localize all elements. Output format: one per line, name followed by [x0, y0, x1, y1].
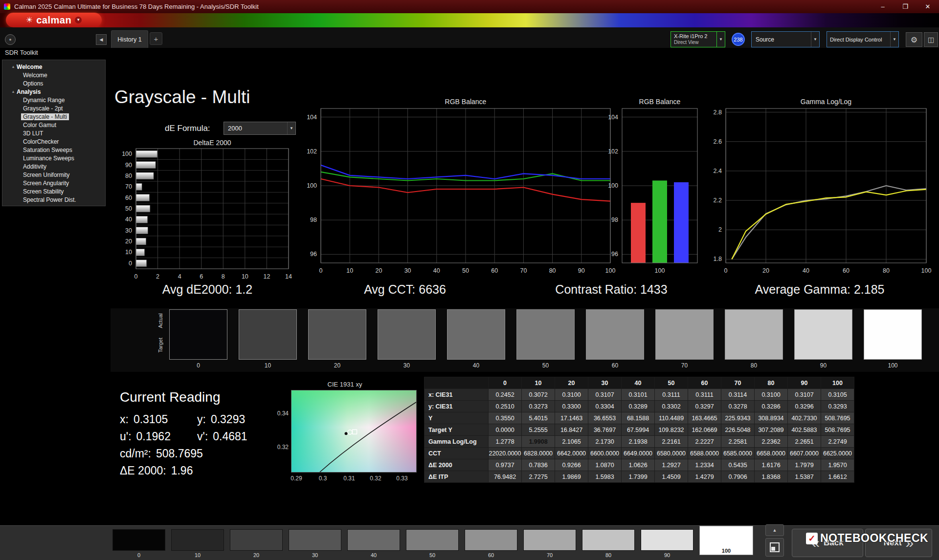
logo-dropdown-icon[interactable]: ▼ [75, 17, 82, 23]
minimize-button[interactable]: – [872, 0, 894, 13]
meter-dropdown[interactable]: X-Rite i1Pro 2 Direct View ▼ [671, 31, 725, 47]
sidebar-item-grayscale-multi[interactable]: Grayscale - Multi [2, 112, 105, 121]
reading-de-label: ΔE 2000: [120, 464, 166, 477]
reading-v-label: v': [197, 430, 208, 443]
row-label: Y [425, 412, 489, 424]
sidebar-item-label: Screen Uniformity [21, 172, 71, 178]
sidebar-item-colorchecker[interactable]: ColorChecker [2, 137, 105, 146]
column-header: 50 [655, 377, 688, 389]
patch-button-10[interactable] [171, 529, 224, 551]
table-cell: 1.0626 [622, 459, 655, 471]
tab-history-1[interactable]: History 1 [111, 30, 148, 48]
patch-button-0[interactable] [112, 529, 165, 551]
table-cell: 6649.0000 [622, 448, 655, 459]
svg-text:2.4: 2.4 [714, 168, 722, 174]
calman-logo[interactable]: ☀ calman ▼ [6, 13, 102, 27]
pattern-window-button[interactable] [765, 538, 784, 557]
sidebar-item-screen-uniformity[interactable]: Screen Uniformity [2, 171, 105, 179]
sidebar-item-luminance-sweeps[interactable]: Luminance Sweeps [2, 154, 105, 162]
patch-level-label: 10 [171, 552, 224, 558]
display-control-dropdown[interactable]: Direct Display Control ▼ [827, 31, 899, 47]
patch-button-20[interactable] [230, 529, 283, 551]
svg-text:2: 2 [718, 226, 722, 233]
svg-text:DeltaE 2000: DeltaE 2000 [193, 139, 231, 147]
de-formula-value: 2000 [228, 125, 242, 132]
table-cell: 1.6612 [821, 471, 854, 483]
add-tab-button[interactable]: + [150, 32, 162, 45]
window-title: Calman 2025 Calman Ultimate for Business… [14, 3, 259, 10]
maximize-button[interactable]: ❐ [894, 0, 917, 13]
patch-button-100[interactable]: 100 [699, 526, 753, 555]
double-chevron-left-icon: « [811, 536, 820, 550]
svg-text:Gamma Log/Log: Gamma Log/Log [801, 98, 851, 106]
sidebar-item-color-gamut[interactable]: Color Gamut [2, 121, 105, 129]
patch-button-90[interactable] [641, 529, 693, 551]
layout-icon: ◫ [928, 36, 934, 43]
grayscale-swatch-40 [447, 309, 505, 360]
table-cell: 0.3550 [489, 412, 522, 424]
rgb-bars-svg: RGB Balance9698100102104100 [600, 97, 701, 279]
table-cell: 0.5435 [721, 459, 755, 471]
sidebar-item-dynamic-range[interactable]: Dynamic Range [2, 96, 105, 104]
sidebar-item-label: Dynamic Range [21, 97, 67, 104]
table-cell: 1.9908 [522, 436, 555, 448]
sidebar-item-additivity[interactable]: Additivity [2, 162, 105, 171]
tree-section-label: Welcome [17, 64, 42, 70]
svg-text:96: 96 [310, 251, 317, 258]
sidebar-item-options[interactable]: Options [2, 79, 105, 87]
tree-section-welcome[interactable]: ▴Welcome [2, 63, 105, 71]
titlebar: Calman 2025 Calman Ultimate for Business… [0, 0, 939, 13]
grayscale-swatch-100 [864, 309, 922, 360]
chevron-down-icon[interactable]: ▼ [811, 32, 819, 47]
patch-level-label: 50 [406, 552, 459, 558]
meter-label: X-Rite i1Pro 2 Direct View [671, 33, 707, 45]
sidebar-item-grayscale-2pt[interactable]: Grayscale - 2pt [2, 104, 105, 112]
table-cell: 0.7906 [721, 471, 755, 483]
source-dropdown[interactable]: Source ▼ [751, 31, 820, 47]
settings-gear-button[interactable]: ⚙ [906, 32, 922, 47]
sidebar-item-screen-stability[interactable]: Screen Stability [2, 187, 105, 195]
sidebar-item-saturation-sweeps[interactable]: Saturation Sweeps [2, 146, 105, 154]
de-formula-dropdown[interactable]: 2000 ▼ [224, 122, 296, 135]
patch-button-50[interactable] [406, 529, 459, 551]
sidebar-item-welcome[interactable]: Welcome [2, 71, 105, 79]
back-button[interactable]: « Back [792, 529, 863, 557]
svg-text:30: 30 [125, 227, 132, 234]
cie-ytick: 0.34 [268, 410, 289, 417]
table-row-x-cie31: x: CIE310.24520.30720.31000.31070.31010.… [425, 389, 854, 401]
grayscale-swatch-20 [308, 309, 366, 360]
cie-xtick: 0.31 [343, 475, 355, 482]
next-button[interactable]: Next » [865, 529, 932, 557]
patch-button-70[interactable] [523, 529, 576, 551]
workspace-layout-button[interactable]: ◫ [924, 32, 938, 47]
expand-patch-panel-button[interactable]: ▲ [765, 524, 784, 536]
svg-text:50: 50 [462, 267, 469, 274]
table-cell: 0.0000 [489, 424, 522, 436]
swatch-level-label: 10 [239, 362, 297, 369]
chevron-down-icon[interactable]: ▼ [287, 122, 295, 134]
tree-section-analysis[interactable]: ▴Analysis [2, 87, 105, 96]
sidebar-item-screen-angularity[interactable]: Screen Angularity [2, 179, 105, 187]
swatch-level-label: 40 [447, 362, 505, 369]
patch-button-40[interactable] [347, 529, 400, 551]
patch-button-80[interactable] [582, 529, 635, 551]
chevron-down-icon[interactable]: ▼ [716, 32, 725, 47]
table-cell: 2.1730 [588, 436, 622, 448]
sidebar-item-spectral-power-dist[interactable]: Spectral Power Dist. [2, 195, 105, 204]
chevron-down-icon[interactable]: ▼ [890, 32, 898, 47]
patch-button-30[interactable] [289, 529, 341, 551]
table-cell: 2.2581 [721, 436, 755, 448]
table-cell: 0.3111 [688, 389, 721, 401]
svg-text:96: 96 [611, 251, 618, 258]
gamma-log-log-chart: Gamma Log/Log1.822.22.42.62.802040608010… [704, 97, 933, 279]
patch-button-60[interactable] [465, 529, 517, 551]
sidebar-item-3d-lut[interactable]: 3D LUT [2, 129, 105, 137]
sidebar-options-button[interactable]: ● [5, 34, 16, 45]
close-button[interactable]: ✕ [917, 0, 939, 13]
sidebar-collapse-button[interactable]: ◀ [96, 34, 107, 45]
sidebar-item-label: Luminance Sweeps [21, 155, 76, 162]
table-cell: 0.2452 [489, 389, 522, 401]
svg-text:0: 0 [134, 273, 138, 280]
sidebar-title: SDR Toolkit [5, 49, 38, 56]
table-cell: 0.3072 [522, 389, 555, 401]
